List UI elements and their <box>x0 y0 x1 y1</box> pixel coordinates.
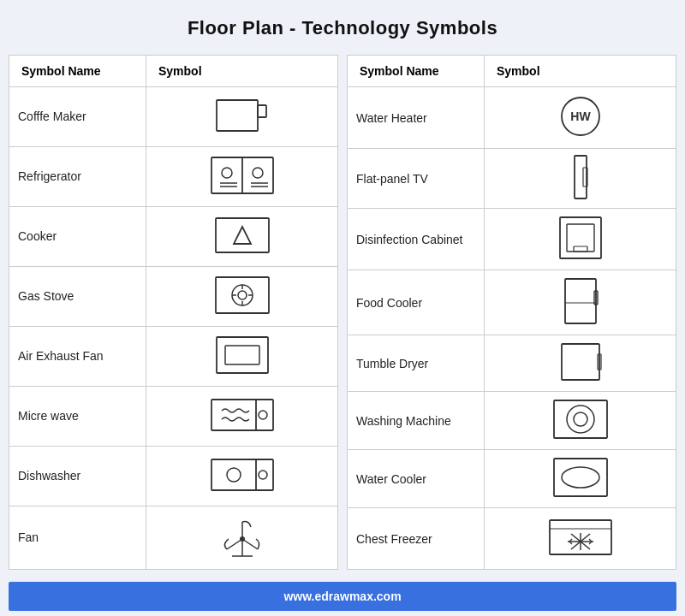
table-row: Tumble Dryer <box>348 335 676 392</box>
item-symbol <box>485 335 676 392</box>
item-name: Air Exhaust Fan <box>9 326 146 386</box>
right-table: Symbol Name Symbol Water Heater HW Flat-… <box>347 55 676 570</box>
table-row: Water Heater HW <box>348 87 676 149</box>
svg-rect-24 <box>211 459 273 490</box>
svg-line-29 <box>242 539 258 549</box>
left-col-name: Symbol Name <box>9 56 146 87</box>
table-row: Washing Machine <box>348 392 676 450</box>
svg-point-50 <box>562 467 599 488</box>
table-row: Micre wave <box>9 386 338 446</box>
svg-rect-41 <box>565 279 596 323</box>
svg-rect-44 <box>562 344 599 380</box>
table-row: Refrigerator <box>9 146 338 206</box>
right-col-name: Symbol Name <box>348 56 485 87</box>
table-row: Food Cooler <box>348 270 676 335</box>
table-row: Cooker <box>9 206 338 266</box>
item-name: Micre wave <box>9 386 146 446</box>
svg-rect-20 <box>225 346 259 364</box>
item-name: Washing Machine <box>348 392 485 450</box>
svg-rect-10 <box>216 218 269 252</box>
item-symbol <box>485 450 676 508</box>
item-symbol <box>485 270 676 335</box>
svg-point-7 <box>253 168 263 178</box>
table-row: Air Exhaust Fan <box>9 326 338 386</box>
page-title: Floor Plan - Technology Symbols <box>188 17 497 39</box>
svg-point-47 <box>567 406 594 433</box>
svg-text:HW: HW <box>570 110 591 123</box>
table-row: Disinfection Cabinet <box>348 209 676 270</box>
item-symbol <box>146 326 338 386</box>
item-name: Water Heater <box>348 87 485 149</box>
svg-point-23 <box>259 411 267 419</box>
item-name: Food Cooler <box>348 270 485 335</box>
tables-wrapper: Symbol Name Symbol Cofffe Maker Refriger… <box>9 55 676 570</box>
svg-rect-38 <box>560 217 601 258</box>
svg-line-30 <box>227 539 242 549</box>
item-symbol <box>485 508 676 570</box>
svg-rect-12 <box>216 277 269 313</box>
item-name: Cooker <box>9 206 146 266</box>
svg-rect-19 <box>217 337 268 373</box>
svg-rect-0 <box>217 100 258 131</box>
svg-rect-21 <box>211 400 273 430</box>
item-symbol <box>485 392 676 450</box>
item-name: Refrigerator <box>9 146 146 206</box>
table-row: Dishwasher <box>9 446 338 506</box>
item-name: Tumble Dryer <box>348 335 485 392</box>
item-symbol <box>146 206 338 266</box>
svg-point-26 <box>227 468 241 482</box>
item-symbol <box>485 149 676 209</box>
item-name: Chest Freezer <box>348 508 485 570</box>
svg-marker-11 <box>234 227 251 244</box>
item-name: Gas Stove <box>9 266 146 326</box>
table-row: Fan <box>9 506 338 569</box>
left-col-symbol: Symbol <box>146 56 338 87</box>
item-symbol <box>146 87 338 147</box>
svg-point-31 <box>240 536 245 542</box>
item-symbol <box>146 446 338 506</box>
item-name: Cofffe Maker <box>9 87 146 147</box>
item-symbol: HW <box>485 87 676 149</box>
item-name: Fan <box>9 506 146 569</box>
item-symbol <box>146 146 338 206</box>
item-name: Water Cooler <box>348 450 485 508</box>
svg-point-27 <box>259 471 267 479</box>
svg-point-4 <box>222 168 232 178</box>
table-row: Water Cooler <box>348 450 676 508</box>
table-row: Cofffe Maker <box>9 87 338 147</box>
svg-rect-40 <box>574 246 587 252</box>
svg-rect-36 <box>575 156 587 198</box>
item-name: Disinfection Cabinet <box>348 209 485 270</box>
table-row: Chest Freezer <box>348 508 676 570</box>
item-name: Dishwasher <box>9 446 146 506</box>
svg-rect-1 <box>258 105 266 117</box>
left-table: Symbol Name Symbol Cofffe Maker Refriger… <box>9 55 338 570</box>
svg-point-14 <box>238 291 247 299</box>
svg-point-48 <box>574 412 587 426</box>
item-symbol <box>485 209 676 270</box>
item-symbol <box>146 266 338 326</box>
table-row: Gas Stove <box>9 266 338 326</box>
item-symbol <box>146 506 338 569</box>
svg-rect-39 <box>567 224 594 252</box>
footer-url: www.edrawmax.com <box>9 582 676 611</box>
right-col-symbol: Symbol <box>485 56 676 87</box>
item-symbol <box>146 386 338 446</box>
item-name: Flat-panel TV <box>348 149 485 209</box>
table-row: Flat-panel TV <box>348 149 676 209</box>
